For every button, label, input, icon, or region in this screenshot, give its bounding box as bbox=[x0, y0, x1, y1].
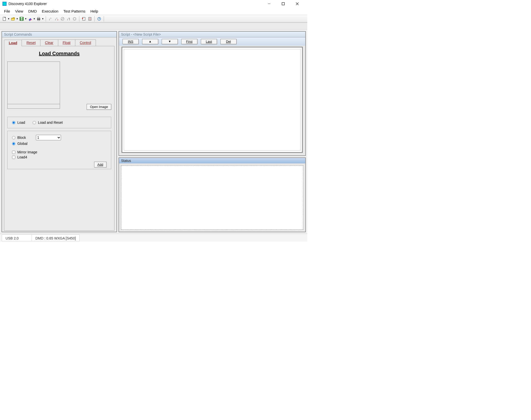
radio-global-label: Global bbox=[17, 142, 27, 146]
tab-body-load: Load Commands Open Image Load bbox=[4, 46, 114, 231]
svg-line-15 bbox=[61, 18, 64, 20]
radio-load-input[interactable] bbox=[12, 121, 15, 124]
svg-text:?: ? bbox=[98, 18, 100, 20]
scope-group: Block 1 Global Mirror Image bbox=[7, 131, 111, 169]
command-tabs: Load Reset Clear Float Control bbox=[4, 39, 114, 46]
break-icon[interactable] bbox=[60, 16, 65, 21]
tab-reset[interactable]: Reset bbox=[22, 39, 40, 46]
svg-rect-7 bbox=[21, 19, 23, 20]
add-button[interactable]: Add bbox=[94, 162, 106, 167]
script-panel: Script - <New Script File> INS ▲ ▼ First… bbox=[119, 31, 306, 156]
radio-load-reset[interactable]: Load and Reset bbox=[33, 121, 63, 125]
toolbar: ▼ ▼ ▼ ▼ ▼ ? bbox=[0, 15, 307, 23]
script-editor[interactable] bbox=[124, 49, 301, 151]
new-dropdown[interactable]: ▼ bbox=[8, 18, 10, 20]
status-dmd: DMD : 0.65 WXGA [S450] bbox=[32, 234, 80, 241]
new-icon[interactable] bbox=[2, 16, 7, 21]
load-commands-heading: Load Commands bbox=[7, 51, 111, 56]
script-ins-button[interactable]: INS bbox=[123, 39, 139, 44]
eraser-dropdown[interactable]: ▼ bbox=[33, 18, 35, 20]
radio-block-input[interactable] bbox=[12, 136, 15, 139]
titlebar: Discovery 4100 Explorer bbox=[0, 0, 307, 8]
radio-load-label: Load bbox=[17, 121, 25, 125]
save-dropdown[interactable]: ▼ bbox=[25, 18, 27, 20]
menu-test-patterns[interactable]: Test Patterns bbox=[61, 9, 87, 14]
check-mirror[interactable]: Mirror Image bbox=[12, 150, 106, 154]
print-icon[interactable] bbox=[36, 16, 41, 21]
check-mirror-label: Mirror Image bbox=[17, 150, 37, 154]
minimize-button[interactable] bbox=[264, 0, 275, 7]
menu-help[interactable]: Help bbox=[88, 9, 100, 14]
script-buttons: INS ▲ ▼ First Last Del bbox=[119, 37, 305, 46]
right-column: Script - <New Script File> INS ▲ ▼ First… bbox=[119, 31, 306, 232]
radio-block[interactable]: Block bbox=[12, 136, 26, 140]
main-area: Script Commands Load Reset Clear Float C… bbox=[0, 30, 307, 234]
open-dropdown[interactable]: ▼ bbox=[16, 18, 18, 20]
menu-execution[interactable]: Execution bbox=[40, 9, 61, 14]
image-preview bbox=[7, 62, 60, 104]
radio-block-label: Block bbox=[17, 136, 26, 140]
radio-load-reset-input[interactable] bbox=[33, 121, 36, 124]
svg-rect-13 bbox=[57, 19, 58, 20]
script-up-button[interactable]: ▲ bbox=[142, 39, 158, 44]
script-commands-panel: Script Commands Load Reset Clear Float C… bbox=[2, 31, 117, 232]
window-controls bbox=[262, 0, 305, 7]
tab-clear[interactable]: Clear bbox=[40, 39, 58, 46]
script-del-button[interactable]: Del bbox=[220, 39, 237, 44]
svg-rect-1 bbox=[282, 3, 284, 5]
check-load4-label: Load4 bbox=[17, 155, 27, 159]
secondary-bar bbox=[0, 23, 307, 30]
save-icon[interactable] bbox=[19, 16, 24, 21]
window-title: Discovery 4100 Explorer bbox=[9, 2, 47, 6]
check-mirror-input[interactable] bbox=[12, 151, 15, 154]
statusbar: USB 2.0 DMD : 0.65 WXGA [S450] bbox=[0, 234, 307, 242]
menu-dmd[interactable]: DMD bbox=[26, 9, 39, 14]
print-dropdown[interactable]: ▼ bbox=[42, 18, 44, 20]
stop-icon[interactable] bbox=[72, 16, 77, 21]
script-commands-title: Script Commands bbox=[2, 32, 116, 37]
script-down-button[interactable]: ▼ bbox=[162, 39, 178, 44]
help-icon[interactable]: ? bbox=[97, 16, 102, 21]
maximize-button[interactable] bbox=[278, 0, 289, 7]
menubar: File View DMD Execution Test Patterns He… bbox=[0, 8, 307, 15]
status-panel: Status bbox=[119, 157, 306, 232]
script-last-button[interactable]: Last bbox=[201, 39, 217, 44]
radio-global-input[interactable] bbox=[12, 142, 15, 145]
tab-control[interactable]: Control bbox=[75, 39, 96, 46]
block-number-select[interactable]: 1 bbox=[36, 135, 61, 140]
load-mode-group: Load Load and Reset bbox=[7, 117, 111, 128]
menu-file[interactable]: File bbox=[2, 9, 12, 14]
app-icon bbox=[3, 2, 7, 6]
close-button[interactable] bbox=[292, 0, 303, 7]
status-panel-title: Status bbox=[119, 158, 305, 163]
status-output bbox=[121, 165, 303, 230]
svg-rect-11 bbox=[38, 17, 40, 19]
svg-rect-20 bbox=[82, 18, 83, 19]
script-first-button[interactable]: First bbox=[181, 39, 197, 44]
check-load4[interactable]: Load4 bbox=[12, 155, 106, 159]
tab-load[interactable]: Load bbox=[4, 40, 22, 46]
tab-float[interactable]: Float bbox=[58, 39, 75, 46]
open-image-button[interactable]: Open Image bbox=[87, 104, 111, 110]
run-step-icon[interactable] bbox=[54, 16, 59, 21]
svg-rect-6 bbox=[21, 17, 23, 19]
radio-load[interactable]: Load bbox=[12, 121, 25, 125]
radio-global[interactable]: Global bbox=[12, 142, 106, 146]
script-editor-frame bbox=[122, 47, 303, 153]
script-panel-title: Script - <New Script File> bbox=[119, 32, 305, 37]
open-icon[interactable] bbox=[11, 16, 16, 21]
eraser-icon[interactable] bbox=[28, 16, 33, 21]
run-to-icon[interactable] bbox=[66, 16, 71, 21]
svg-rect-12 bbox=[38, 20, 40, 21]
menu-view[interactable]: View bbox=[13, 9, 25, 14]
status-usb: USB 2.0 bbox=[2, 234, 32, 241]
image-filename-field bbox=[7, 104, 60, 109]
svg-rect-18 bbox=[74, 18, 75, 20]
radio-load-reset-label: Load and Reset bbox=[38, 121, 63, 125]
bookmark-list-icon[interactable] bbox=[87, 16, 92, 21]
run-icon[interactable] bbox=[48, 16, 53, 21]
check-load4-input[interactable] bbox=[12, 156, 15, 159]
bookmark-icon[interactable] bbox=[81, 16, 86, 21]
